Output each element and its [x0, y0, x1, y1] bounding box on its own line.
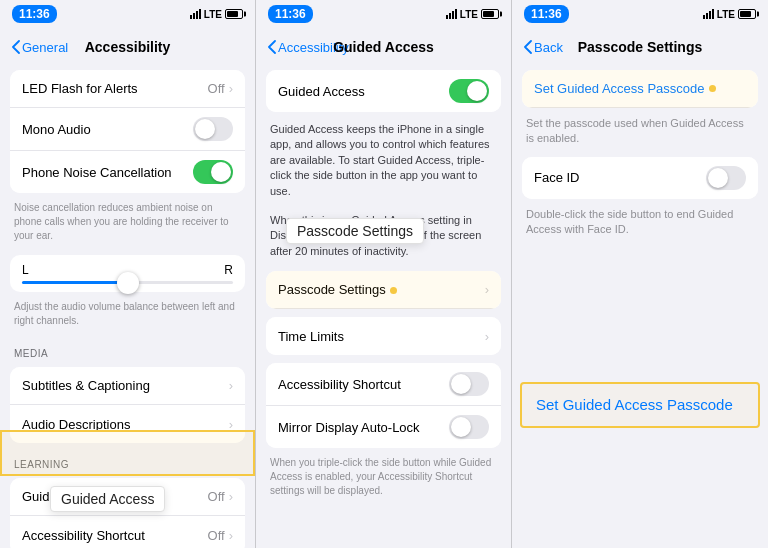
guided-access-toggle-switch[interactable] — [449, 79, 489, 103]
status-time-3: 11:36 — [524, 5, 569, 23]
lte-text-3: LTE — [717, 9, 735, 20]
accessibility-shortcut-row[interactable]: Accessibility Shortcut Off › — [10, 516, 245, 548]
mono-audio-row[interactable]: Mono Audio — [10, 108, 245, 151]
passcode-annotation-box: Set Guided Access Passcode — [520, 382, 760, 428]
slider-thumb[interactable] — [117, 272, 139, 294]
face-id-row[interactable]: Face ID — [522, 157, 758, 199]
audio-desc-label: Audio Descriptions — [22, 417, 229, 432]
balance-slider[interactable] — [22, 281, 233, 284]
phone-noise-toggle[interactable] — [193, 160, 233, 184]
passcode-settings-chevron: › — [485, 282, 489, 297]
nav-header-3: Back Passcode Settings — [512, 28, 768, 66]
signal-icon-2 — [446, 9, 457, 19]
passcode-dot — [390, 287, 397, 294]
phone-noise-row[interactable]: Phone Noise Cancellation — [10, 151, 245, 193]
led-flash-label: LED Flash for Alerts — [22, 81, 208, 96]
set-passcode-link[interactable]: Set Guided Access Passcode — [534, 81, 705, 96]
subtitles-row[interactable]: Subtitles & Captioning › — [10, 367, 245, 405]
content-1: LED Flash for Alerts Off › Mono Audio Ph… — [0, 66, 255, 548]
guided-access-value: Off — [208, 489, 225, 504]
audio-desc-chevron: › — [229, 417, 233, 432]
guided-access-chevron: › — [229, 489, 233, 504]
set-passcode-annotation-inner: Set Guided Access Passcode — [520, 382, 760, 428]
back-button-1[interactable]: General — [12, 40, 68, 55]
mono-audio-toggle[interactable] — [193, 117, 233, 141]
status-bar-3: 11:36 LTE — [512, 0, 768, 28]
status-time-1: 11:36 — [12, 5, 57, 23]
face-id-group: Face ID — [522, 157, 758, 199]
media-section-label: MEDIA — [0, 336, 255, 363]
set-passcode-row[interactable]: Set Guided Access Passcode — [522, 70, 758, 108]
passcode-settings-row[interactable]: Passcode Settings › — [266, 271, 501, 309]
nav-title-1: Accessibility — [85, 39, 171, 55]
guided-access-toggle-row[interactable]: Guided Access — [266, 70, 501, 112]
guided-access-toggle-group: Guided Access — [266, 70, 501, 112]
panel-passcode-settings: 11:36 LTE Back Passcode Settings Set Gui… — [512, 0, 768, 548]
led-flash-value: Off — [208, 81, 225, 96]
mirror-autolock-toggle[interactable] — [449, 415, 489, 439]
nav-title-2: Guided Access — [333, 39, 434, 55]
led-flash-chevron: › — [229, 81, 233, 96]
autolock-subtext: When you triple-click the side button wh… — [256, 452, 511, 506]
status-bar-1: 11:36 LTE — [0, 0, 255, 28]
panel-guided-access: 11:36 LTE Accessibility Guided Access Gu… — [256, 0, 512, 548]
time-limits-row[interactable]: Time Limits › — [266, 317, 501, 355]
accessibility-shortcut2-row[interactable]: Accessibility Shortcut — [266, 363, 501, 406]
shortcuts-autolock-group: Accessibility Shortcut Mirror Display Au… — [266, 363, 501, 448]
status-bar-2: 11:36 LTE — [256, 0, 511, 28]
accessibility-top-group: LED Flash for Alerts Off › Mono Audio Ph… — [10, 70, 245, 193]
media-group: Subtitles & Captioning › Audio Descripti… — [10, 367, 245, 443]
face-id-label: Face ID — [534, 170, 706, 185]
passcode-settings-group: Passcode Settings › — [266, 271, 501, 309]
accessibility-shortcut-label: Accessibility Shortcut — [22, 528, 208, 543]
nav-header-2: Accessibility Guided Access — [256, 28, 511, 66]
phone-noise-label: Phone Noise Cancellation — [22, 165, 193, 180]
signal-icon-3 — [703, 9, 714, 19]
set-passcode-annotation-text: Set Guided Access Passcode — [536, 396, 733, 413]
audio-desc-row[interactable]: Audio Descriptions › — [10, 405, 245, 443]
slider-subtext: Adjust the audio volume balance between … — [0, 296, 255, 336]
accessibility-shortcut2-toggle[interactable] — [449, 372, 489, 396]
lte-text-1: LTE — [204, 9, 222, 20]
nav-header-1: General Accessibility — [0, 28, 255, 66]
guided-access-toggle-label: Guided Access — [278, 84, 449, 99]
slider-right-label: R — [224, 263, 233, 277]
mono-audio-label: Mono Audio — [22, 122, 193, 137]
status-icons-3: LTE — [703, 9, 756, 20]
face-id-subtext: Double-click the side button to end Guid… — [512, 203, 768, 244]
panel-accessibility: 11:36 LTE General Accessibility LED Flas… — [0, 0, 256, 548]
back-button-3[interactable]: Back — [524, 40, 563, 55]
guided-access-annotation: Guided Access — [50, 486, 165, 512]
time-limits-group: Time Limits › — [266, 317, 501, 355]
lte-text-2: LTE — [460, 9, 478, 20]
passcode-annotation: Passcode Settings — [286, 218, 424, 244]
guided-access-desc: Guided Access keeps the iPhone in a sing… — [256, 116, 511, 207]
time-limits-chevron: › — [485, 329, 489, 344]
set-passcode-group: Set Guided Access Passcode — [522, 70, 758, 108]
mirror-autolock-row[interactable]: Mirror Display Auto-Lock — [266, 406, 501, 448]
battery-icon-1 — [225, 9, 243, 19]
time-limits-label: Time Limits — [278, 329, 485, 344]
slider-fill — [22, 281, 128, 284]
status-time-2: 11:36 — [268, 5, 313, 23]
back-label-3: Back — [534, 40, 563, 55]
accessibility-shortcut-value: Off — [208, 528, 225, 543]
accessibility-shortcut2-label: Accessibility Shortcut — [278, 377, 449, 392]
nav-title-3: Passcode Settings — [578, 39, 703, 55]
set-passcode-dot — [709, 85, 716, 92]
signal-icon-1 — [190, 9, 201, 19]
led-flash-row[interactable]: LED Flash for Alerts Off › — [10, 70, 245, 108]
battery-icon-3 — [738, 9, 756, 19]
face-id-toggle[interactable] — [706, 166, 746, 190]
passcode-settings-label: Passcode Settings — [278, 282, 485, 297]
subtitles-chevron: › — [229, 378, 233, 393]
battery-icon-2 — [481, 9, 499, 19]
subtitles-label: Subtitles & Captioning — [22, 378, 229, 393]
slider-left-label: L — [22, 263, 29, 277]
set-passcode-subtext: Set the passcode used when Guided Access… — [512, 112, 768, 153]
content-2: Guided Access Guided Access keeps the iP… — [256, 66, 511, 548]
learning-section-label: LEARNING — [0, 447, 255, 474]
content-3: Set Guided Access Passcode Set the passc… — [512, 66, 768, 548]
status-icons-2: LTE — [446, 9, 499, 20]
back-label-1: General — [22, 40, 68, 55]
